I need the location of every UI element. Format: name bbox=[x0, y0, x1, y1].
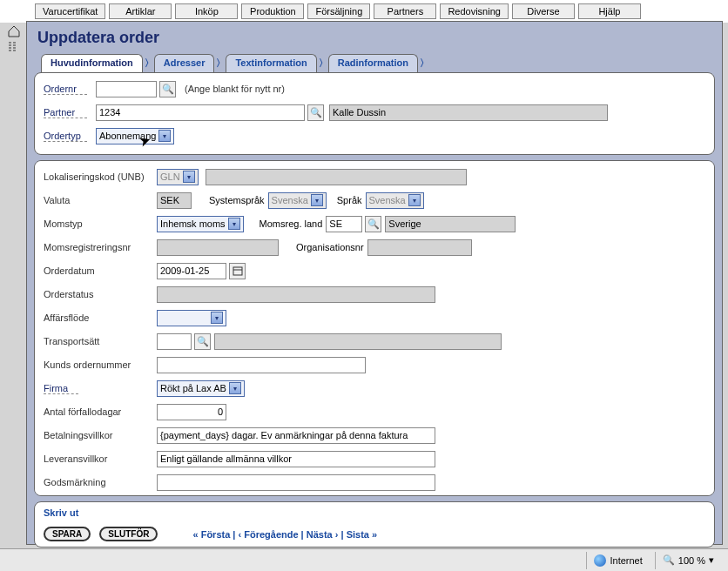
valuta-field: SEK bbox=[157, 192, 192, 209]
antal-forfallodagar-input[interactable] bbox=[157, 404, 226, 420]
status-internet-zone: Internet bbox=[586, 552, 649, 569]
organisationsnr-field bbox=[367, 239, 472, 256]
svg-rect-0 bbox=[233, 267, 242, 275]
menu-inkop[interactable]: Inköp bbox=[175, 3, 238, 19]
affarsflode-select[interactable]: ▾ bbox=[157, 310, 226, 326]
ordertyp-value: Abonnemang bbox=[99, 131, 156, 141]
record-nav: « Första | ‹ Föregående | Nästa › | Sist… bbox=[192, 529, 377, 540]
systemsprak-select: Svenska▾ bbox=[268, 192, 327, 209]
zoom-icon: 🔍 bbox=[663, 554, 675, 566]
label-godsmarkning: Godsmärkning bbox=[44, 477, 157, 487]
label-sprak: Språk bbox=[337, 195, 362, 205]
label-momsregistreringsnr: Momsregistreringsnr bbox=[44, 242, 157, 252]
tab-huvudinformation[interactable]: Huvudinformation bbox=[41, 54, 143, 72]
panel-header: Ordernr 🔍 (Ange blankt för nytt nr) Part… bbox=[34, 72, 715, 155]
menu-forsaljning[interactable]: Försäljning bbox=[307, 3, 370, 19]
orderstatus-field bbox=[157, 286, 435, 303]
ordernr-search-icon[interactable]: 🔍 bbox=[159, 81, 176, 97]
label-kunds-ordernummer: Kunds ordernummer bbox=[44, 359, 157, 370]
status-zone-label: Internet bbox=[610, 555, 642, 566]
label-systemsprak: Systemspråk bbox=[209, 195, 265, 205]
chevron-down-icon: ▾ bbox=[158, 130, 171, 142]
label-ordernr: Ordernr bbox=[44, 84, 87, 95]
label-partner: Partner bbox=[44, 107, 87, 118]
skriv-ut-link[interactable]: Skriv ut bbox=[44, 507, 705, 518]
partner-search-icon[interactable]: 🔍 bbox=[307, 104, 324, 121]
status-zoom[interactable]: 🔍 100 % ▾ bbox=[655, 552, 721, 569]
label-transportsatt: Transportsätt bbox=[44, 336, 157, 346]
label-firma: Firma bbox=[44, 383, 78, 394]
calendar-icon[interactable] bbox=[229, 263, 246, 279]
label-momstyp: Momstyp bbox=[44, 218, 157, 229]
betalningsvillkor-input[interactable] bbox=[157, 427, 435, 444]
momstyp-select[interactable]: Inhemsk moms▾ bbox=[157, 216, 244, 232]
ordernr-hint: (Ange blankt för nytt nr) bbox=[185, 84, 285, 94]
menu-produktion[interactable]: Produktion bbox=[241, 3, 304, 19]
transportsatt-field bbox=[214, 333, 502, 350]
status-bar: Internet 🔍 100 % ▾ bbox=[0, 548, 728, 571]
menu-artiklar[interactable]: Artiklar bbox=[109, 3, 172, 19]
left-icon-bar bbox=[3, 23, 24, 56]
lokaliseringskod-type-select: GLN▾ bbox=[157, 169, 199, 185]
label-organisationsnr: Organisationsnr bbox=[296, 242, 364, 252]
orderdatum-input[interactable] bbox=[157, 263, 226, 279]
chevron-down-icon: ▾ bbox=[183, 171, 195, 183]
label-leveransvillkor: Leveransvillkor bbox=[44, 453, 157, 464]
top-menu: Varucertifikat Artiklar Inköp Produktion… bbox=[0, 0, 728, 23]
tab-bar: Huvudinformation〉 Adresser〉 Textinformat… bbox=[27, 54, 722, 72]
panel-details: Lokaliseringskod (UNB) GLN▾ Valuta SEK S… bbox=[34, 160, 715, 496]
nav-first[interactable]: « Första bbox=[192, 529, 230, 540]
firma-select[interactable]: Rökt på Lax AB▾ bbox=[157, 380, 245, 397]
transportsatt-code-input[interactable] bbox=[157, 333, 192, 350]
chevron-down-icon: ▾ bbox=[709, 554, 714, 566]
ordernr-input[interactable] bbox=[96, 81, 157, 97]
label-orderdatum: Orderdatum bbox=[44, 265, 157, 276]
menu-varucertifikat[interactable]: Varucertifikat bbox=[35, 3, 105, 19]
label-ordertyp: Ordertyp bbox=[44, 131, 87, 142]
nav-next[interactable]: Nästa › bbox=[307, 529, 339, 540]
label-affarsflode: Affärsflöde bbox=[44, 312, 157, 323]
menu-redovisning[interactable]: Redovisning bbox=[440, 3, 509, 19]
label-betalningsvillkor: Betalningsvillkor bbox=[44, 430, 157, 440]
menu-diverse[interactable]: Diverse bbox=[512, 3, 575, 19]
momsregistreringsnr-field bbox=[157, 239, 279, 256]
globe-icon bbox=[594, 554, 606, 567]
zoom-value: 100 % bbox=[678, 555, 705, 566]
home-icon[interactable] bbox=[7, 24, 21, 38]
tab-radinformation[interactable]: Radinformation bbox=[328, 54, 418, 72]
ordertyp-select[interactable]: Abonnemang▾ bbox=[96, 128, 174, 144]
menu-partners[interactable]: Partners bbox=[374, 3, 436, 19]
momsreg-land-name: Sverige bbox=[385, 216, 516, 232]
partner-input[interactable] bbox=[96, 104, 305, 121]
main-panel: Uppdatera order Huvudinformation〉 Adress… bbox=[26, 21, 723, 545]
page-title: Uppdatera order bbox=[27, 29, 722, 54]
partner-name-field: Kalle Dussin bbox=[329, 104, 608, 121]
sprak-select: Svenska▾ bbox=[366, 192, 424, 209]
kunds-ordernummer-input[interactable] bbox=[157, 357, 366, 373]
spara-button[interactable]: SPARA bbox=[44, 527, 91, 541]
momsreg-land-search-icon[interactable]: 🔍 bbox=[365, 216, 381, 232]
leveransvillkor-input[interactable] bbox=[157, 451, 435, 467]
panel-actions: Skriv ut SPARA SLUTFÖR « Första | ‹ Före… bbox=[34, 501, 715, 547]
godsmarkning-input[interactable] bbox=[157, 474, 435, 491]
transportsatt-search-icon[interactable]: 🔍 bbox=[194, 333, 211, 350]
menu-hjalp[interactable]: Hjälp bbox=[578, 3, 641, 19]
nav-prev[interactable]: ‹ Föregående bbox=[238, 529, 298, 540]
label-lokaliseringskod: Lokaliseringskod (UNB) bbox=[44, 171, 157, 182]
lokaliseringskod-field bbox=[206, 169, 467, 185]
label-antal-forfallodagar: Antal förfallodagar bbox=[44, 406, 157, 417]
momsreg-land-input[interactable] bbox=[326, 216, 362, 232]
label-momsreg-land: Momsreg. land bbox=[260, 218, 323, 229]
slutfor-button[interactable]: SLUTFÖR bbox=[99, 527, 158, 541]
nav-last[interactable]: Sista » bbox=[347, 529, 377, 540]
tab-adresser[interactable]: Adresser bbox=[154, 54, 215, 72]
tab-textinformation[interactable]: Textinformation bbox=[226, 54, 316, 72]
label-orderstatus: Orderstatus bbox=[44, 289, 157, 299]
label-valuta: Valuta bbox=[44, 195, 157, 205]
list-icon[interactable] bbox=[7, 40, 21, 54]
